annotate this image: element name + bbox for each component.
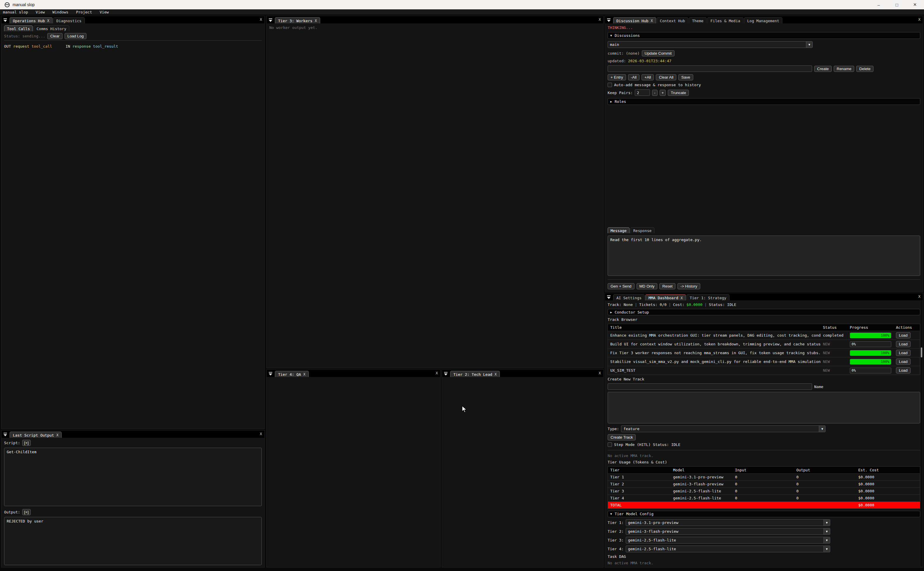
tab-tier3-workers[interactable]: Tier 3: Workers X <box>275 17 320 23</box>
tab-discussion-hub[interactable]: Discussion Hub X <box>613 17 656 23</box>
keep-pairs-input[interactable] <box>635 90 650 96</box>
tier3-model-select[interactable]: gemini-2.5-flash-lite ▼ <box>626 537 830 543</box>
tab-close-icon[interactable]: X <box>651 19 653 23</box>
tab-mma-dashboard[interactable]: MMA Dashboard X <box>645 294 686 300</box>
tab-theme[interactable]: Theme <box>689 17 707 23</box>
discussion-name-input[interactable] <box>608 65 812 72</box>
tab-ai-settings[interactable]: AI Settings <box>613 294 645 300</box>
increment-button[interactable]: + <box>660 90 666 96</box>
scrollbar-thumb[interactable] <box>921 347 922 357</box>
load-track-button[interactable]: Load <box>896 350 910 356</box>
track-row[interactable]: Stabilize visual_sim_mma_v2.py and mock_… <box>608 357 920 366</box>
tab-operations-hub[interactable]: Operations Hub X <box>10 17 52 23</box>
tab-close-icon[interactable]: X <box>494 372 497 377</box>
panel-collapse-icon[interactable] <box>607 295 611 299</box>
tab-close-icon[interactable]: X <box>315 19 317 23</box>
track-name-input[interactable] <box>608 383 812 390</box>
panel-close-icon[interactable]: X <box>599 371 601 375</box>
panel-close-icon[interactable]: X <box>918 17 921 22</box>
discussions-collapsible-header[interactable]: ▼ Discussions <box>608 32 920 39</box>
rename-button[interactable]: Rename <box>834 66 854 72</box>
track-description-textarea[interactable] <box>608 392 920 423</box>
tab-close-icon[interactable]: X <box>47 19 49 23</box>
reset-button[interactable]: Reset <box>659 283 675 289</box>
md-only-button[interactable]: MD Only <box>636 283 658 289</box>
load-track-button[interactable]: Load <box>896 332 910 338</box>
panel-collapse-icon[interactable] <box>607 18 611 22</box>
panel-collapse-icon[interactable] <box>444 372 448 376</box>
menu-item-view-2[interactable]: View <box>100 10 109 14</box>
tab-diagnostics[interactable]: Diagnostics <box>53 17 85 23</box>
panel-close-icon[interactable]: X <box>436 371 438 375</box>
panel-close-icon[interactable]: X <box>599 17 601 22</box>
tier-model-config-collapsible-header[interactable]: ▼ Tier Model Config <box>608 511 920 517</box>
track-row[interactable]: UX_SIM_TEST NEW 0% Load <box>608 366 920 375</box>
tier2-model-select[interactable]: gemini-3-flash-preview ▼ <box>626 528 830 535</box>
script-content-box[interactable]: Get-ChildItem <box>4 448 262 506</box>
panel-collapse-icon[interactable] <box>3 18 7 22</box>
panel-collapse-icon[interactable] <box>268 372 273 376</box>
delete-button[interactable]: Delete <box>856 66 873 72</box>
roles-collapsible-header[interactable]: ▶ Roles <box>608 98 920 105</box>
output-expand-button[interactable]: [+] <box>22 509 31 515</box>
tab-tool-calls[interactable]: Tool Calls <box>4 25 33 31</box>
maximize-icon[interactable]: □ <box>888 0 906 9</box>
panel-close-icon[interactable]: X <box>260 17 262 22</box>
panel-close-icon[interactable]: X <box>918 294 921 299</box>
panel-collapse-icon[interactable] <box>268 18 273 22</box>
tab-tier4-qa[interactable]: Tier 4: QA X <box>275 371 309 377</box>
load-log-button[interactable]: Load Log <box>65 33 87 39</box>
tab-close-icon[interactable]: X <box>56 433 59 437</box>
close-icon[interactable]: ✕ <box>906 0 924 9</box>
tier4-model-select[interactable]: gemini-2.5-flash-lite ▼ <box>626 546 830 552</box>
output-content-box[interactable]: REJECTED by user <box>4 517 262 565</box>
menu-item-project[interactable]: Project <box>76 10 92 14</box>
menu-item-windows[interactable]: Windows <box>52 10 68 14</box>
load-track-button[interactable]: Load <box>896 367 910 373</box>
auto-add-checkbox[interactable] <box>608 83 612 87</box>
discussion-select[interactable]: main ▼ <box>608 41 813 48</box>
tab-context-hub[interactable]: Context Hub <box>657 17 688 23</box>
clear-all-button[interactable]: Clear All <box>656 74 676 80</box>
tab-files-media[interactable]: Files & Media <box>707 17 744 23</box>
tab-response[interactable]: Response <box>630 227 654 233</box>
message-textarea[interactable]: Read the first 10 lines of aggregate.py. <box>608 236 920 276</box>
step-mode-checkbox[interactable] <box>608 443 612 447</box>
expand-all-button[interactable]: +All <box>642 74 654 80</box>
tab-close-icon[interactable]: X <box>681 296 683 300</box>
menu-item-manual-slop[interactable]: manual slop <box>3 10 28 14</box>
load-track-button[interactable]: Load <box>896 358 910 365</box>
clear-button[interactable]: Clear <box>47 33 63 39</box>
update-commit-button[interactable]: Update Commit <box>642 50 675 56</box>
track-row[interactable]: Fix Tier 3 worker responses not reaching… <box>608 349 920 357</box>
minimize-icon[interactable]: – <box>870 0 888 9</box>
script-expand-button[interactable]: [+] <box>22 440 31 446</box>
tab-tier2-tech-lead[interactable]: Tier 2: Tech Lead X <box>450 371 500 377</box>
track-type-select[interactable]: feature ▼ <box>621 426 825 432</box>
create-button[interactable]: Create <box>814 66 832 72</box>
tool-call-log-entry[interactable]: OUT request tool_call IN response tool_r… <box>4 44 262 48</box>
add-entry-button[interactable]: + Entry <box>608 74 626 80</box>
load-track-button[interactable]: Load <box>896 341 910 347</box>
tab-last-script-output[interactable]: Last Script Output X <box>10 432 62 438</box>
truncate-button[interactable]: Truncate <box>668 90 689 96</box>
create-track-button[interactable]: Create Track <box>608 434 636 440</box>
tab-log-management[interactable]: Log Management <box>744 17 782 23</box>
decrement-button[interactable]: - <box>652 90 657 96</box>
panel-close-icon[interactable]: X <box>260 432 262 436</box>
tab-message[interactable]: Message <box>608 227 630 233</box>
to-history-button[interactable]: -> History <box>678 283 700 289</box>
tier1-model-select[interactable]: gemini-3.1-pro-preview ▼ <box>626 519 830 526</box>
conductor-setup-collapsible-header[interactable]: ▶ Conductor Setup <box>608 309 920 315</box>
collapse-all-button[interactable]: -All <box>628 74 639 80</box>
tab-tier1-strategy[interactable]: Tier 1: Strategy <box>687 294 730 300</box>
scrollbar[interactable] <box>921 301 922 566</box>
menu-item-view[interactable]: View <box>35 10 45 14</box>
save-button[interactable]: Save <box>678 74 693 80</box>
track-row[interactable]: Build UI for context window utilization,… <box>608 340 920 349</box>
panel-collapse-icon[interactable] <box>3 432 7 437</box>
tab-close-icon[interactable]: X <box>303 372 305 377</box>
tab-comms-history[interactable]: Comms History <box>34 25 69 31</box>
gen-send-button[interactable]: Gen + Send <box>608 283 634 289</box>
track-row[interactable]: Enhance existing MMA orchestration GUI: … <box>608 331 920 340</box>
